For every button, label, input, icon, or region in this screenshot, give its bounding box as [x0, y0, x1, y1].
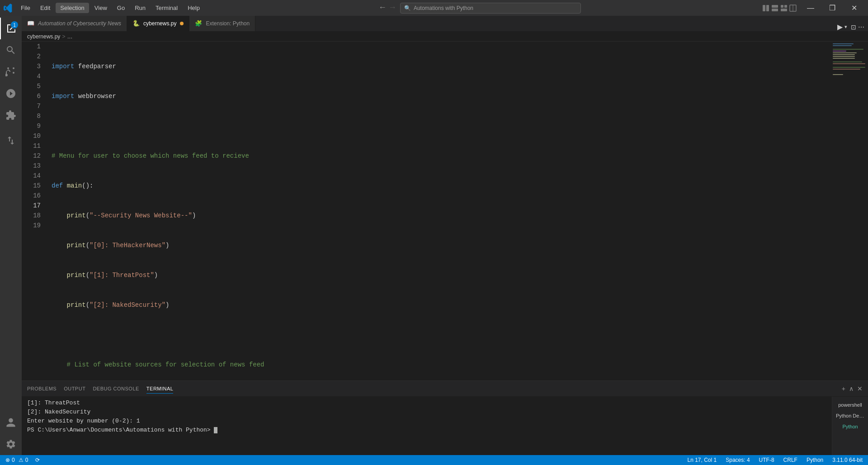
menu-file[interactable]: File: [16, 3, 35, 13]
code-editor[interactable]: 1 2 3 4 5 6 7 8 9 10 11 12 13 14 15 16 1…: [22, 42, 868, 380]
layout-icon-1[interactable]: [762, 5, 769, 12]
window-controls: — ❒ ✕: [800, 0, 864, 16]
status-spaces[interactable]: Spaces: 4: [724, 457, 751, 463]
status-sync[interactable]: ⟳: [33, 457, 42, 463]
sidebar-item-extensions[interactable]: [0, 104, 22, 126]
language-text: Python: [807, 457, 823, 463]
code-line-7: print("[0]: TheHackerNews"): [52, 240, 868, 250]
run-code-button[interactable]: ▶: [837, 23, 843, 31]
tab-icon-extension: 🧩: [195, 20, 202, 27]
breadcrumb-sep: >: [62, 33, 65, 40]
sidebar-item-testing[interactable]: [0, 130, 22, 151]
editor-actions-right: ▶ ▾ ⊡ ⋯: [834, 23, 868, 31]
status-python-version[interactable]: 3.11.0 64-bit: [830, 457, 864, 463]
code-line-4: # Menu for user to choose which news fee…: [52, 151, 868, 161]
status-bar: ⊗ 0 ⚠ 0 ⟳ Ln 17, Col 1 Spaces: 4 UTF-8 C…: [0, 455, 868, 465]
panel-tab-debug-console[interactable]: DEBUG CONSOLE: [93, 384, 139, 393]
status-language[interactable]: Python: [805, 457, 825, 463]
status-right: Ln 17, Col 1 Spaces: 4 UTF-8 CRLF Python…: [685, 457, 864, 463]
menu-bar: File Edit Selection View Go Run Terminal…: [16, 3, 204, 13]
breadcrumb-scope[interactable]: …: [67, 33, 72, 40]
more-actions-button[interactable]: ⋯: [858, 23, 864, 31]
terminal-prompt-text: PS C:\Users\Anwar\Documents\Automations …: [27, 427, 214, 433]
menu-run[interactable]: Run: [130, 3, 150, 13]
tab-cybernews[interactable]: 🐍 cybernews.py: [127, 16, 189, 31]
layout-icon-2[interactable]: [771, 5, 778, 12]
code-line-8: print("[1]: ThreatPost"): [52, 270, 868, 280]
tab-icon-book: 📖: [27, 20, 34, 27]
menu-view[interactable]: View: [90, 3, 112, 13]
layout-icon-4[interactable]: [789, 5, 797, 12]
tab-extension-python[interactable]: 🧩 Extension: Python: [189, 16, 255, 31]
terminal-line-1: [1]: ThreatPost: [27, 399, 826, 408]
panel-maximize-button[interactable]: ∧: [849, 385, 854, 392]
editor-area: 📖 Automation of Cybersecurity News 🐍 cyb…: [22, 16, 868, 455]
panel-tab-terminal[interactable]: TERMINAL: [146, 384, 174, 394]
sidebar-item-explorer[interactable]: 1: [0, 18, 22, 39]
layout-icon-3[interactable]: [780, 5, 788, 12]
svg-rect-0: [763, 5, 765, 11]
svg-rect-2: [772, 5, 778, 8]
terminal-cursor: [214, 427, 217, 433]
main-container: 1 📖 Automation of Cy: [0, 16, 868, 455]
sidebar-item-source-control[interactable]: [0, 61, 22, 83]
terminal-tab-python-debug[interactable]: Python Deb...: [834, 411, 866, 420]
sidebar-item-search[interactable]: [0, 39, 22, 61]
sync-icon: ⟳: [35, 457, 40, 463]
terminal-right-panel: powershell Python Deb... Python: [832, 397, 868, 455]
titlebar: File Edit Selection View Go Run Terminal…: [0, 0, 868, 16]
new-terminal-button[interactable]: +: [842, 385, 845, 392]
vscode-logo-icon: [4, 4, 13, 13]
terminal-content-area: [1]: ThreatPost [2]: NakedSecurity Enter…: [22, 397, 868, 455]
close-button[interactable]: ✕: [844, 0, 864, 16]
status-position[interactable]: Ln 17, Col 1: [685, 457, 718, 463]
status-line-ending[interactable]: CRLF: [782, 457, 799, 463]
error-count: 0: [12, 457, 15, 463]
tab-label-cybernews: cybernews.py: [143, 20, 176, 27]
panel-tab-problems[interactable]: PROBLEMS: [27, 384, 57, 393]
terminal-output[interactable]: [1]: ThreatPost [2]: NakedSecurity Enter…: [22, 397, 832, 455]
search-box[interactable]: 🔍 Automations with Python: [400, 3, 581, 14]
code-line-3: [52, 121, 868, 131]
breadcrumb: cybernews.py > …: [22, 32, 868, 42]
panel-tab-output[interactable]: OUTPUT: [64, 384, 85, 393]
code-line-5: def main():: [52, 181, 868, 191]
badge: 1: [11, 21, 18, 28]
navigate-forward-button[interactable]: →: [388, 3, 396, 14]
encoding-text: UTF-8: [759, 457, 774, 463]
line-numbers: 1 2 3 4 5 6 7 8 9 10 11 12 13 14 15 16 1…: [22, 42, 44, 380]
panel-area: PROBLEMS OUTPUT DEBUG CONSOLE TERMINAL +…: [22, 380, 868, 455]
run-dropdown-button[interactable]: ▾: [844, 24, 847, 30]
menu-go[interactable]: Go: [113, 3, 129, 13]
sidebar-item-run-debug[interactable]: [0, 83, 22, 104]
terminal-prompt-line: PS C:\Users\Anwar\Documents\Automations …: [27, 426, 826, 435]
breadcrumb-file[interactable]: cybernews.py: [27, 33, 60, 40]
tab-automation[interactable]: 📖 Automation of Cybersecurity News: [22, 16, 127, 31]
svg-rect-1: [766, 5, 769, 11]
warning-icon: ⚠: [19, 457, 24, 463]
split-editor-button[interactable]: ⊡: [851, 23, 856, 31]
restore-button[interactable]: ❒: [822, 0, 843, 16]
activity-item-settings[interactable]: [0, 433, 22, 455]
status-errors[interactable]: ⊗ 0 ⚠ 0: [4, 457, 30, 463]
navigate-back-button[interactable]: ←: [378, 3, 387, 14]
tab-label-extension: Extension: Python: [206, 20, 250, 27]
status-encoding[interactable]: UTF-8: [757, 457, 776, 463]
tabs-bar: 📖 Automation of Cybersecurity News 🐍 cyb…: [22, 16, 868, 32]
position-text: Ln 17, Col 1: [687, 457, 717, 463]
panel-tabs-bar: PROBLEMS OUTPUT DEBUG CONSOLE TERMINAL +…: [22, 381, 868, 397]
activity-item-accounts[interactable]: [0, 412, 22, 433]
menu-selection[interactable]: Selection: [56, 3, 89, 13]
code-line-10: [52, 330, 868, 340]
code-content[interactable]: import feedparser import webbrowser # Me…: [44, 42, 868, 380]
menu-help[interactable]: Help: [183, 3, 204, 13]
menu-terminal[interactable]: Terminal: [151, 3, 182, 13]
minimize-button[interactable]: —: [800, 0, 821, 16]
panel-close-button[interactable]: ✕: [857, 385, 863, 392]
terminal-tab-python[interactable]: Python: [834, 422, 866, 431]
menu-edit[interactable]: Edit: [36, 3, 55, 13]
tab-icon-python: 🐍: [132, 20, 140, 27]
code-line-6: print("--Security News Website--"): [52, 211, 868, 221]
terminal-tab-powershell[interactable]: powershell: [834, 400, 866, 409]
code-line-2: import webbrowser: [52, 91, 868, 101]
